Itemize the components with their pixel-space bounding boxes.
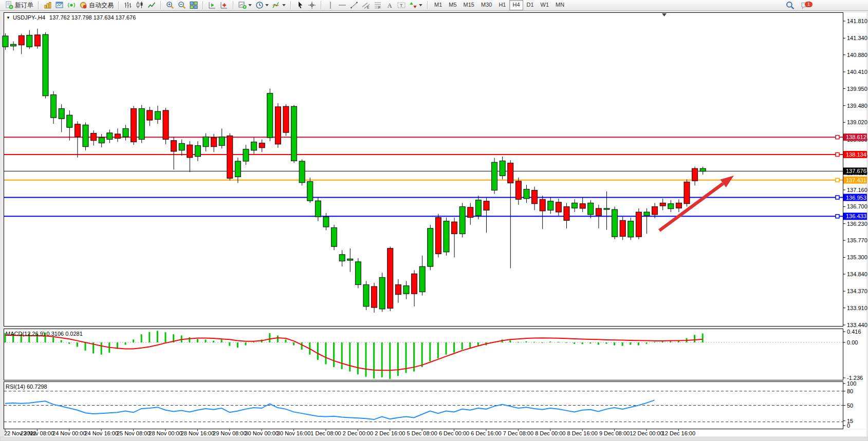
toolbar-autotrade-button[interactable]: 自动交易 [78,0,115,10]
toolbar-period-clock-button[interactable] [254,0,270,10]
svg-text:138.134: 138.134 [846,151,866,158]
svg-text:135.300: 135.300 [847,254,867,260]
toolbar-new-order-button[interactable]: 新订单 [4,0,35,10]
timeframe-M5-button[interactable]: M5 [446,0,459,10]
mt4-window: 新订单自动交易EFATM1M5M15M30H1H4D1W1MN1 141.810… [0,0,868,441]
toolbar-vline-button[interactable] [325,0,336,10]
toolbar-crosshair-button[interactable] [306,0,318,10]
svg-text:137.431: 137.431 [846,177,866,183]
toolbar-bars-chart-button[interactable] [122,0,134,10]
svg-text:139.020: 139.020 [847,119,867,125]
period-clock-icon [255,1,264,9]
svg-text:A: A [387,2,393,9]
bottom-scroll-strip[interactable] [0,437,868,441]
svg-text:140.410: 140.410 [847,69,867,75]
vline-icon [326,1,335,9]
svg-text:9 Dec 08:00: 9 Dec 08:00 [599,430,630,436]
svg-text:6 Dec 00:00: 6 Dec 00:00 [439,430,469,436]
hline-handle[interactable] [836,136,839,139]
svg-text:5 Dec 08:00: 5 Dec 08:00 [407,430,437,436]
hline-handle[interactable] [836,196,839,199]
timeframe-D1-button[interactable]: D1 [524,0,537,10]
svg-text:139.950: 139.950 [847,86,867,92]
timeframe-M1-button[interactable]: M1 [431,0,445,10]
svg-text:141.340: 141.340 [847,35,867,41]
toolbar-indicators-button[interactable] [271,0,287,10]
auto-scroll-icon [208,1,216,9]
toolbar-fibonacci-button[interactable]: F [372,0,383,10]
toolbar-separator [202,1,204,9]
toolbar-new-chart-button[interactable] [237,0,253,10]
indicators-icon [272,1,281,9]
toolbar-line-chart-button[interactable] [146,0,157,10]
svg-text:28 Nov 16:00: 28 Nov 16:00 [181,430,214,436]
toolbar-trendline-button[interactable] [348,0,360,10]
toolbar-cursor-button[interactable] [294,0,306,10]
svg-text:2 Dec 00:00: 2 Dec 00:00 [343,430,373,436]
crosshair-icon [308,1,316,9]
new-order-icon [5,1,13,9]
toolbar-separator [118,1,119,9]
chart-gold-icon [44,1,52,9]
line-chart-icon [147,1,156,9]
hline-handle[interactable] [836,215,839,218]
time-axis: 22 Nov 202223 Nov 08:0024 Nov 00:0024 No… [4,430,695,437]
toolbar-chat-button[interactable]: 1 [799,1,811,11]
toolbar-separator [290,1,291,9]
toolbar-text-label-button[interactable]: T [396,0,407,10]
toolbar-market-watch-button[interactable] [54,0,65,10]
svg-text:136.433: 136.433 [846,213,866,219]
rsi-value: 60.7298 [27,384,47,390]
search-icon [786,1,795,10]
macd-name: MACD(12,26,9) [6,331,45,337]
timeframe-H1-button[interactable]: H1 [495,0,509,10]
rsi-indicator-label: RSI(14) 60.7298 [6,384,47,390]
toolbar-chart-gold-button[interactable] [42,0,53,10]
signal-icon [67,1,76,9]
svg-text:135.770: 135.770 [847,237,867,243]
timeframe-MN-button[interactable]: MN [552,0,567,10]
toolbar-signal-button[interactable] [66,0,77,10]
toolbar-tile-windows-button[interactable] [188,0,199,10]
svg-text:100: 100 [847,380,856,387]
toolbar-separator [160,1,161,9]
caret-down-icon [282,4,286,7]
toolbar-text-button[interactable]: A [384,0,395,10]
tile-windows-icon [190,1,198,9]
svg-text:133.440: 133.440 [847,322,867,328]
toolbar-autotrade-label: 自动交易 [89,1,114,10]
chart-canvas[interactable]: 141.810141.340140.880140.410139.950139.4… [0,0,868,441]
toolbar-zoom-in-button[interactable] [164,0,176,10]
toolbar-arrows-button[interactable] [408,0,424,10]
svg-text:8 Dec 00:00: 8 Dec 00:00 [535,430,565,436]
toolbar-chart-shift-button[interactable] [218,0,230,10]
caret-down-icon [248,4,252,7]
svg-text:23 Nov 08:00: 23 Nov 08:00 [21,430,54,436]
market-watch-icon [56,1,64,9]
macd-pane[interactable] [4,329,843,380]
toolbar-auto-scroll-button[interactable] [207,0,218,10]
toolbar-zoom-out-button[interactable] [176,0,188,10]
toolbar-candles-chart-button[interactable] [134,0,145,10]
timeframe-M30-button[interactable]: M30 [478,0,495,10]
chart-collapse-icon[interactable]: ▼ [6,15,10,20]
toolbar-hline-button[interactable] [337,0,348,10]
timeframe-M15-button[interactable]: M15 [460,0,477,10]
svg-text:30 Nov 16:00: 30 Nov 16:00 [277,430,310,436]
toolbar-channel-button[interactable]: E [360,0,372,10]
arrows-icon [409,1,417,9]
toolbar-separator [427,1,428,9]
bars-chart-icon [124,1,132,9]
svg-text:F: F [378,6,380,9]
hline-icon [338,1,346,9]
svg-text:134.840: 134.840 [847,271,867,277]
svg-text:28 Nov 00:00: 28 Nov 00:00 [149,430,182,436]
toolbar-separator [38,1,39,9]
timeframe-W1-button[interactable]: W1 [538,0,552,10]
svg-text:2 Dec 16:00: 2 Dec 16:00 [375,430,405,436]
svg-text:136.230: 136.230 [847,221,867,227]
toolbar-search-button[interactable] [784,1,796,11]
hline-handle[interactable] [836,152,839,156]
hline-handle[interactable] [836,178,839,182]
timeframe-H4-button[interactable]: H4 [509,0,523,10]
